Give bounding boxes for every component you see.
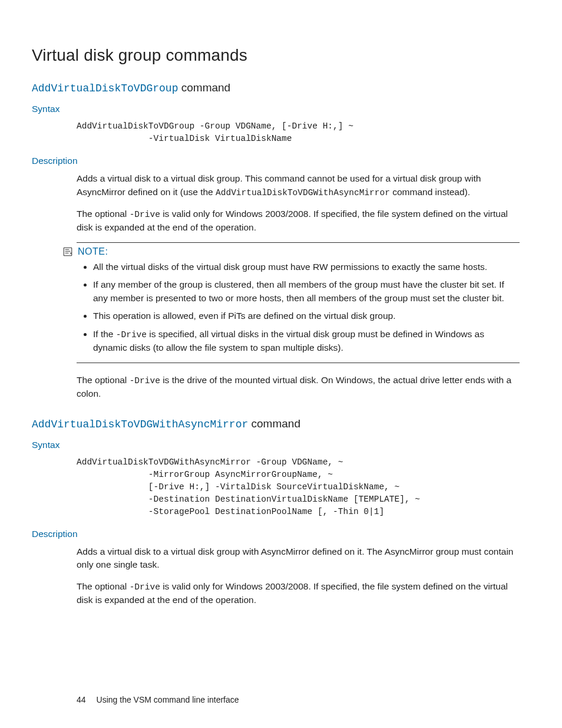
list-item: If the -Drive is specified, all virtual … — [93, 328, 520, 354]
inline-code: -Drive — [116, 330, 147, 340]
text: is specified, all virtual disks in the v… — [93, 329, 484, 353]
note-rule-top — [77, 242, 520, 243]
svg-rect-0 — [64, 248, 72, 256]
description-paragraph: Adds a virtual disk to a virtual disk gr… — [77, 545, 520, 572]
description-paragraph: Adds a virtual disk to a virtual disk gr… — [77, 172, 520, 199]
text: If the — [93, 329, 116, 339]
section-heading-2: AddVirtualDiskToVDGWithAsyncMirror comma… — [32, 417, 530, 430]
inline-code: -Drive — [130, 210, 160, 219]
description-paragraph: The optional -Drive is valid only for Wi… — [77, 580, 520, 607]
inline-code: AddVirtualDiskToVDGWithAsyncMirror — [216, 188, 390, 197]
inline-code: -Drive — [130, 582, 160, 592]
inline-code: -Drive — [130, 376, 160, 386]
syntax-code-1: AddVirtualDiskToVDGroup -Group VDGName, … — [77, 120, 530, 145]
list-item: If any member of the group is clustered,… — [93, 278, 520, 305]
description-label-1: Description — [32, 156, 530, 166]
list-item: This operation is allowed, even if PiTs … — [93, 309, 520, 322]
text: The optional — [77, 581, 130, 591]
syntax-label-1: Syntax — [32, 104, 530, 114]
note-rule-bottom — [77, 363, 520, 363]
command-name-2: AddVirtualDiskToVDGWithAsyncMirror — [32, 419, 248, 430]
page-number: 44 — [77, 695, 86, 704]
page-title: Virtual disk group commands — [32, 46, 530, 65]
description-label-2: Description — [32, 529, 530, 539]
description-paragraph: The optional -Drive is the drive of the … — [77, 374, 520, 400]
list-item: All the virtual disks of the virtual dis… — [93, 261, 520, 274]
note-box: NOTE: All the virtual disks of the virtu… — [62, 242, 530, 363]
note-label: NOTE: — [78, 246, 108, 257]
text: command instead). — [390, 187, 470, 197]
note-list: All the virtual disks of the virtual dis… — [77, 261, 520, 354]
syntax-code-2: AddVirtualDiskToVDGWithAsyncMirror -Grou… — [77, 456, 530, 518]
command-name-1: AddVirtualDiskToVDGroup — [32, 83, 178, 94]
command-suffix-1: command — [178, 81, 230, 94]
description-paragraph: The optional -Drive is valid only for Wi… — [77, 207, 520, 234]
page-footer: 44Using the VSM command line interface — [77, 695, 239, 704]
section-heading-1: AddVirtualDiskToVDGroup command — [32, 81, 530, 94]
text: The optional — [77, 209, 130, 219]
footer-text: Using the VSM command line interface — [97, 695, 239, 704]
syntax-label-2: Syntax — [32, 440, 530, 450]
command-suffix-2: command — [248, 417, 300, 430]
note-icon — [62, 246, 73, 257]
text: The optional — [77, 375, 130, 385]
